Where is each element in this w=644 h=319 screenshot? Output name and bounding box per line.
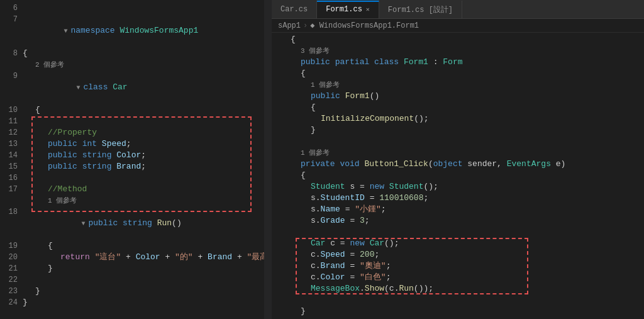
line-content: public partial class Form1 : Form	[291, 57, 644, 68]
line-content: {	[291, 102, 644, 113]
line-number	[272, 170, 291, 181]
line-number	[272, 102, 291, 113]
line-number	[272, 34, 291, 45]
code-line-8: 8 {	[0, 48, 264, 59]
line-content: {	[291, 68, 644, 79]
line-content: public int Speed;	[23, 138, 264, 150]
right-code-line: s.Name = "小鍾";	[272, 204, 644, 215]
line-number: 16	[0, 172, 23, 184]
right-code-line-ref: 1 個參考	[272, 147, 644, 159]
line-number	[272, 238, 291, 249]
line-content: s.Name = "小鍾";	[291, 204, 644, 215]
line-content: {	[23, 48, 264, 59]
line-number: 11	[0, 116, 23, 127]
line-content: 1 個參考	[291, 147, 644, 159]
right-code-line: }	[272, 125, 644, 136]
right-code-line	[272, 294, 644, 306]
line-number: 17	[0, 184, 23, 195]
code-line-9: 9 ▼class Car	[0, 70, 264, 104]
code-line-17: 17 //Method	[0, 184, 264, 195]
line-content: //Method	[23, 184, 264, 195]
line-content: c.Brand = "奧迪";	[291, 260, 644, 272]
line-number	[272, 79, 291, 91]
right-code-line: {	[272, 34, 644, 45]
line-content: c.Color = "白色";	[291, 272, 644, 283]
right-code-area: { 3 個參考 public partial class Form1 : For…	[272, 33, 644, 319]
line-content: 2 個參考	[23, 59, 264, 70]
right-code-line: {	[272, 68, 644, 79]
line-content	[291, 227, 644, 238]
code-line-13: 13 public int Speed;	[0, 138, 264, 150]
line-content: }	[23, 263, 264, 274]
right-code-line-ref: 1 個參考	[272, 79, 644, 91]
line-number	[272, 68, 291, 79]
line-number: 7	[0, 14, 23, 25]
line-number	[272, 193, 291, 204]
right-code-line: }	[272, 306, 644, 317]
line-content: }	[23, 297, 264, 308]
line-content: ▼class Car	[23, 70, 264, 104]
line-content: Car c = new Car();	[291, 238, 644, 249]
line-number: 10	[0, 104, 23, 116]
line-content: 3 個參考	[291, 45, 644, 57]
line-content: }	[23, 286, 264, 297]
close-icon[interactable]: ✕	[366, 6, 370, 13]
line-number	[272, 215, 291, 227]
breadcrumb-item: sApp1	[278, 21, 301, 30]
line-number: 18	[0, 206, 23, 218]
code-line-18: 18 ▼public string Run()	[0, 206, 264, 240]
line-number: 6	[0, 3, 23, 14]
line-content: ▼namespace WindowsFormsApp1	[23, 14, 264, 48]
right-code-line-messagebox: MessageBox.Show(c.Run());	[272, 283, 644, 294]
code-line-22: 22	[0, 274, 264, 286]
code-line-19: 19 {	[0, 240, 264, 252]
line-number: 8	[0, 48, 23, 59]
right-code-line-car-color: c.Color = "白色";	[272, 272, 644, 283]
code-line-21: 21 }	[0, 263, 264, 274]
line-content: return "這台" + Color + "的" + Brand + "最高時…	[23, 252, 264, 263]
code-line-12: 12 //Property	[0, 127, 264, 138]
panel-separator	[264, 0, 272, 319]
line-content: //Property	[23, 127, 264, 138]
right-code-line: s.StudentID = 110010608;	[272, 193, 644, 204]
right-code-line-car-init: Car c = new Car();	[272, 238, 644, 249]
line-content	[291, 136, 644, 147]
line-content: InitializeComponent();	[291, 113, 644, 125]
line-content: {	[291, 170, 644, 181]
line-number: 9	[0, 70, 23, 82]
right-code-line: public partial class Form1 : Form	[272, 57, 644, 68]
code-line-ref1: 2 個參考	[0, 59, 264, 70]
line-number	[272, 113, 291, 125]
line-number	[272, 249, 291, 260]
line-content: {	[23, 104, 264, 116]
right-code-line-ref: 3 個參考	[272, 45, 644, 57]
line-number: 23	[0, 286, 23, 297]
line-number: 22	[0, 274, 23, 286]
breadcrumb-item: ◆ WindowsFormsApp1.Form1	[310, 21, 419, 30]
line-number: 15	[0, 161, 23, 172]
right-code-line: {	[272, 170, 644, 181]
tab-form1-designer[interactable]: Form1.cs [設計]	[379, 1, 462, 18]
line-content: public string Color;	[23, 150, 264, 161]
line-number	[272, 181, 291, 193]
line-number	[272, 136, 291, 147]
line-number	[272, 227, 291, 238]
collapse-icon[interactable]: ▼	[74, 84, 82, 92]
code-line-14: 14 public string Color;	[0, 150, 264, 161]
line-number: 12	[0, 127, 23, 138]
right-code-line: Student s = new Student();	[272, 181, 644, 193]
right-code-line: {	[272, 102, 644, 113]
line-number	[272, 260, 291, 272]
collapse-icon[interactable]: ▼	[79, 220, 87, 228]
line-content: }	[291, 125, 644, 136]
line-number: 19	[0, 240, 23, 252]
breadcrumb-separator: ›	[303, 21, 308, 30]
line-content: s.Grade = 3;	[291, 215, 644, 227]
collapse-icon[interactable]: ▼	[62, 28, 69, 35]
tab-form1-cs[interactable]: Form1.cs ✕	[317, 1, 379, 18]
line-number	[272, 125, 291, 136]
tab-label: Car.cs	[280, 5, 308, 14]
right-code-line-car-speed: c.Speed = 200;	[272, 249, 644, 260]
tab-car-cs[interactable]: Car.cs	[272, 1, 317, 18]
line-number	[272, 272, 291, 283]
